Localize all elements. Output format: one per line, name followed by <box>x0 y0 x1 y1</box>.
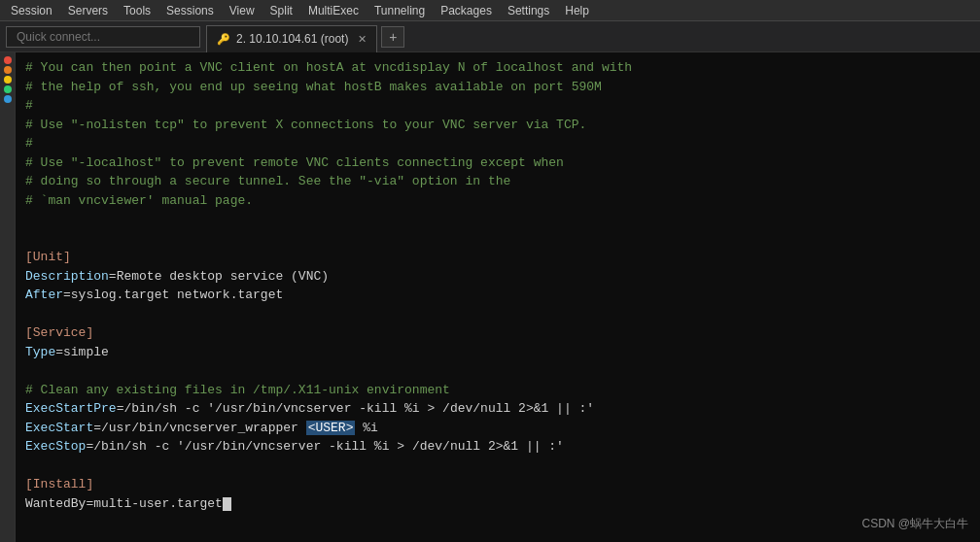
line-desc: Description=Remote desktop service (VNC) <box>25 267 970 287</box>
line-empty2 <box>25 361 970 381</box>
line-install: [Install] <box>25 475 970 494</box>
user-highlight: <USER> <box>306 421 356 435</box>
tab-session[interactable]: 🔑 2. 10.10.104.61 (root) ✕ <box>206 25 377 52</box>
line-execstartpre: ExecStartPre=/bin/sh -c '/usr/bin/vncser… <box>25 399 970 419</box>
line-execstop: ExecStop=/bin/sh -c '/usr/bin/vncserver … <box>25 437 970 457</box>
line-comment-clean: # Clean any existing files in /tmp/.X11-… <box>25 381 970 400</box>
line-8: # `man vncviewer' manual page. <box>25 191 970 211</box>
sidebar-dot-1 <box>4 56 12 64</box>
menu-view[interactable]: View <box>223 2 262 19</box>
new-tab-button[interactable]: + <box>381 26 404 48</box>
menu-sessions[interactable]: Sessions <box>159 2 221 19</box>
menu-settings[interactable]: Settings <box>501 2 556 19</box>
menu-tunneling[interactable]: Tunneling <box>368 2 432 19</box>
line-3: # <box>25 96 970 116</box>
tab-close-button[interactable]: ✕ <box>358 33 367 46</box>
line-5: # <box>25 134 970 153</box>
line-10 <box>25 229 970 249</box>
sidebar-dot-4 <box>4 85 12 93</box>
quick-connect-input[interactable] <box>6 26 200 48</box>
sidebar-dot-5 <box>4 95 12 103</box>
cursor <box>223 497 231 511</box>
line-empty1 <box>25 305 970 324</box>
line-after: After=syslog.target network.target <box>25 286 970 305</box>
menu-multiexec[interactable]: MultiExec <box>301 2 366 19</box>
menu-packages[interactable]: Packages <box>434 2 499 19</box>
line-empty3 <box>25 457 970 476</box>
tab-label: 2. 10.10.104.61 (root) <box>236 32 348 46</box>
line-6: # Use "-localhost" to prevent remote VNC… <box>25 153 970 173</box>
menu-session[interactable]: Session <box>4 2 59 19</box>
line-7: # doing so through a secure tunnel. See … <box>25 172 970 191</box>
sidebar-dot-3 <box>4 76 12 84</box>
line-execstart: ExecStart=/usr/bin/vncserver_wrapper <US… <box>25 419 970 438</box>
main-area: # You can then point a VNC client on hos… <box>0 52 980 542</box>
line-type: Type=simple <box>25 343 970 362</box>
menu-servers[interactable]: Servers <box>61 2 115 19</box>
menu-bar: Session Servers Tools Sessions View Spli… <box>0 0 980 21</box>
line-4: # Use "-nolisten tcp" to prevent X conne… <box>25 116 970 135</box>
menu-tools[interactable]: Tools <box>117 2 158 19</box>
line-unit: [Unit] <box>25 248 970 267</box>
line-9 <box>25 210 970 229</box>
menu-split[interactable]: Split <box>263 2 299 19</box>
line-2: # the help of ssh, you end up seeing wha… <box>25 78 970 97</box>
sidebar-dot-2 <box>4 66 12 74</box>
tab-bar: 🔑 2. 10.10.104.61 (root) ✕ + <box>0 21 980 52</box>
line-wantedby: WantedBy=multi-user.target <box>25 494 970 514</box>
terminal-output[interactable]: # You can then point a VNC client on hos… <box>16 52 980 542</box>
sidebar <box>0 52 16 542</box>
line-1: # You can then point a VNC client on hos… <box>25 58 970 78</box>
menu-help[interactable]: Help <box>558 2 596 19</box>
tab-key-icon: 🔑 <box>217 33 230 46</box>
line-service: [Service] <box>25 323 970 343</box>
